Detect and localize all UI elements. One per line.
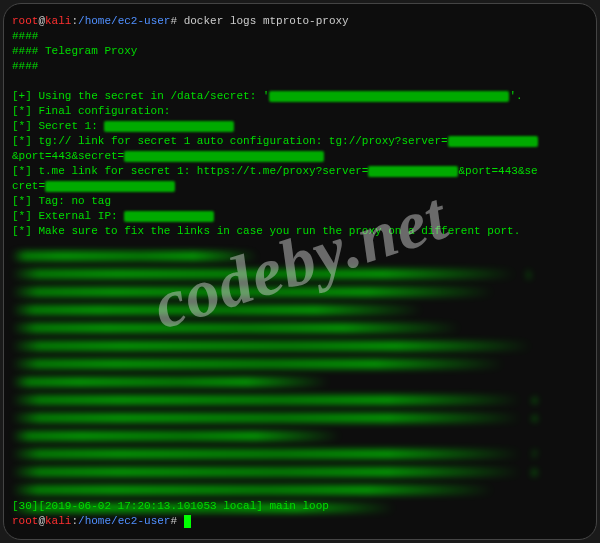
line-num: 1 xyxy=(525,269,532,281)
prompt-line-1[interactable]: root@kali:/home/ec2-user# docker logs mt… xyxy=(12,14,588,29)
prompt-hash: # xyxy=(170,515,177,527)
redacted-secret xyxy=(269,91,509,102)
spacer xyxy=(12,74,588,89)
output-line: [*] Final configuration: xyxy=(12,104,588,119)
text: &port=443&secret= xyxy=(12,150,124,162)
redacted-secret xyxy=(45,181,175,192)
terminal-window[interactable]: root@kali:/home/ec2-user# docker logs mt… xyxy=(3,3,597,540)
redacted-server xyxy=(448,136,538,147)
prompt-host: kali xyxy=(45,15,71,27)
output-line: [*] tg:// link for secret 1 auto configu… xyxy=(12,134,588,149)
output-line: [*] Make sure to fix the links in case y… xyxy=(12,224,588,239)
line-num: 4 xyxy=(531,413,538,425)
blurred-log-output: 1 4 4 7 8 xyxy=(12,251,588,513)
prompt-line-2[interactable]: root@kali:/home/ec2-user# xyxy=(12,514,329,529)
text: [*] External IP: xyxy=(12,210,124,222)
output-line: [+] Using the secret in /data/secret: ''… xyxy=(12,89,588,104)
redacted-ip xyxy=(124,211,214,222)
output-line: &port=443&secret= xyxy=(12,149,588,164)
output-line: #### Telegram Proxy xyxy=(12,44,588,59)
prompt-path: /home/ec2-user xyxy=(78,15,170,27)
output-line: [30][2019-06-02 17:20:13.101053 local] m… xyxy=(12,499,329,514)
redacted-server xyxy=(368,166,458,177)
text: [*] Secret 1: xyxy=(12,120,104,132)
output-line: [*] t.me link for secret 1: https://t.me… xyxy=(12,164,588,179)
text: [*] tg:// link for secret 1 auto configu… xyxy=(12,135,448,147)
text: &port=443&se xyxy=(458,165,537,177)
prompt-hash: # xyxy=(170,15,177,27)
line-num: 4 xyxy=(531,395,538,407)
prompt-host: kali xyxy=(45,515,71,527)
command-text: docker logs mtproto-proxy xyxy=(184,15,349,27)
output-line: [*] Secret 1: xyxy=(12,119,588,134)
prompt-user: root xyxy=(12,515,38,527)
text: [*] t.me link for secret 1: https://t.me… xyxy=(12,165,368,177)
line-num: 7 xyxy=(531,449,538,461)
line-num: 8 xyxy=(531,467,538,479)
output-line: [*] External IP: xyxy=(12,209,588,224)
prompt-path: /home/ec2-user xyxy=(78,515,170,527)
text: cret= xyxy=(12,180,45,192)
output-line: [*] Tag: no tag xyxy=(12,194,588,209)
prompt-user: root xyxy=(12,15,38,27)
output-line: #### xyxy=(12,29,588,44)
text: [+] Using the secret in /data/secret: ' xyxy=(12,90,269,102)
redacted-secret xyxy=(104,121,234,132)
text: '. xyxy=(509,90,522,102)
cursor xyxy=(184,515,191,528)
redacted-secret xyxy=(124,151,324,162)
output-line: cret= xyxy=(12,179,588,194)
output-line: #### xyxy=(12,59,588,74)
